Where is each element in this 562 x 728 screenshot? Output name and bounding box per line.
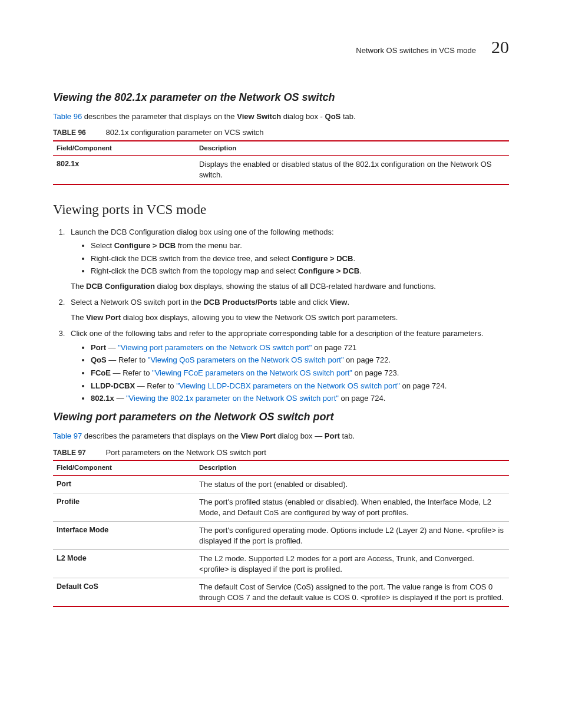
section-title-port-params: Viewing port parameters on the Network O… [53,410,509,424]
lldp-link[interactable]: "Viewing LLDP-DCBX parameters on the Net… [176,381,400,390]
table96-caption: TABLE 96 802.1x configuration parameter … [53,127,509,138]
table97: Field/Component Description PortThe stat… [53,460,509,607]
table-row: 802.1x Displays the enabled or disabled … [53,156,509,185]
section3-intro: Table 97 describes the parameters that d… [53,431,509,442]
step1-result: The DCB Configuration dialog box display… [71,281,509,292]
table97-ref-link[interactable]: Table 97 [53,431,82,440]
procedure-list: Launch the DCB Configuration dialog box … [53,227,509,404]
step-3: Click one of the following tabs and refe… [67,328,509,403]
list-item: Port — "Viewing port parameters on the N… [91,342,509,353]
table97-col2: Description [196,460,509,475]
fcoe-link[interactable]: "Viewing FCoE parameters on the Network … [152,368,352,377]
qos-link[interactable]: "Viewing QoS parameters on the Network O… [148,355,344,364]
table96-col2: Description [196,141,509,156]
table-row: Default CoSThe default Cost of Service (… [53,578,509,607]
section-title-8021x-switch: Viewing the 802.1x parameter on the Netw… [53,90,509,104]
step2-result: The View Port dialog box displays, allow… [71,312,509,323]
table-row: PortThe status of the port (enabled or d… [53,475,509,493]
list-item: 802.1x — "Viewing the 802.1x parameter o… [91,393,509,404]
list-item: Select Configure > DCB from the menu bar… [91,241,509,251]
table97-col1: Field/Component [53,460,196,475]
table-row: ProfileThe port's profiled status (enabl… [53,493,509,522]
table96-col1: Field/Component [53,141,196,156]
page-header: Network OS switches in VCS mode 20 [53,35,509,60]
table96-ref-link[interactable]: Table 96 [53,112,82,121]
list-item: LLDP-DCBX — Refer to "Viewing LLDP-DCBX … [91,381,509,391]
list-item: FCoE — Refer to "Viewing FCoE parameters… [91,368,509,378]
table97-caption: TABLE 97 Port parameters on the Network … [53,447,509,458]
chapter-number: 20 [491,35,509,60]
section1-intro: Table 96 describes the parameter that di… [53,111,509,122]
list-item: QoS — Refer to "Viewing QoS parameters o… [91,355,509,365]
port-link[interactable]: "Viewing port parameters on the Network … [118,343,312,352]
step-1: Launch the DCB Configuration dialog box … [67,227,509,292]
list-item: Right-click the DCB switch from the topo… [91,266,509,276]
header-label: Network OS switches in VCS mode [356,45,476,56]
table-row: Interface ModeThe port's configured oper… [53,522,509,550]
list-item: Right-click the DCB switch from the devi… [91,253,509,264]
step-2: Select a Network OS switch port in the D… [67,297,509,322]
8021x-link[interactable]: "Viewing the 802.1x parameter on the Net… [126,394,339,403]
table-row: L2 ModeThe L2 mode. Supported L2 modes f… [53,550,509,578]
table96: Field/Component Description 802.1x Displ… [53,140,509,185]
section-title-viewing-ports: Viewing ports in VCS mode [53,200,509,219]
